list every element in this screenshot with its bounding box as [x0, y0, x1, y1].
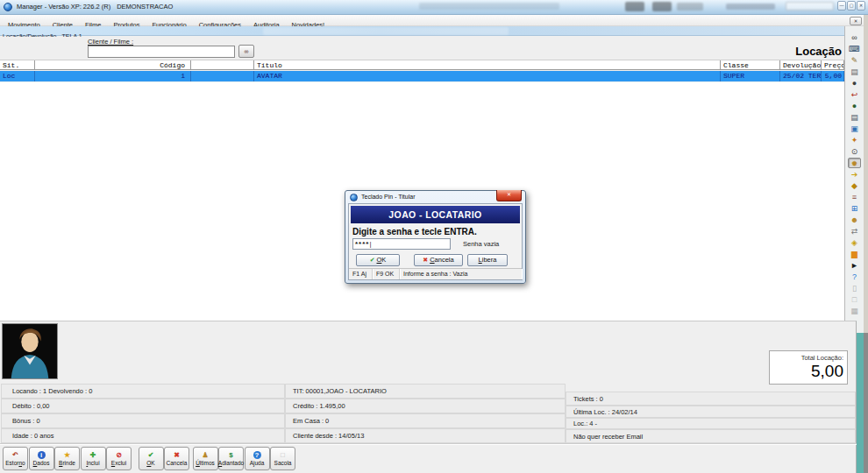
side-toolbar-icon[interactable]: ▦ [848, 306, 861, 316]
side-toolbar-icon[interactable]: ◈ [848, 237, 861, 248]
side-toolbar-icon[interactable]: ⇄ [848, 226, 861, 236]
side-toolbar-icon[interactable]: ▤ [848, 67, 861, 77]
col-header-codigo[interactable]: Código [35, 60, 191, 69]
check-icon: ✔ [370, 257, 375, 263]
toolbar-button[interactable]: ✖ Cancela [164, 447, 189, 470]
side-toolbar-icon[interactable]: ☻ [848, 215, 861, 225]
side-toolbar-icon[interactable]: ▤ [848, 112, 861, 123]
summary-cell: Cliente desde : 14/05/13 [285, 428, 566, 443]
side-toolbar-icon[interactable]: ∞ [848, 32, 861, 43]
window-control-button[interactable]: ✕ [857, 1, 865, 11]
side-toolbar-icon[interactable]: ▆ [848, 249, 861, 259]
toolbar-button[interactable]: ♟ Últimos [193, 447, 218, 470]
side-toolbar-icon[interactable]: □ [848, 294, 861, 305]
password-input[interactable]: ****| [352, 238, 451, 250]
side-toolbar-icon[interactable]: ✎ [848, 55, 861, 66]
toolbar-button-icon: ↶ [11, 451, 19, 459]
side-toolbar-icon[interactable]: ↩ [848, 89, 861, 100]
col-header-preco[interactable]: Preço [822, 60, 844, 69]
dialog-cancel-button[interactable]: ✖Cancela [414, 254, 463, 266]
side-toolbar-icon[interactable]: ✦ [848, 135, 861, 145]
toolbar-button-icon: □ [279, 451, 287, 459]
side-toolbar-icon[interactable]: ➔ [848, 169, 861, 180]
toolbar-button[interactable]: ↶ Estorno [3, 447, 28, 470]
summary-cell: TIT: 00001,JOAO - LOCATARIO [285, 384, 566, 399]
side-toolbar-icon[interactable]: ▯ [848, 283, 861, 293]
action-toolbar: ↶ Estorno i Dados ★ Brinde ✚ Inclui ⊘ Ex… [0, 443, 857, 473]
rental-table-header: Sit. Código Título Classe Devolução Preç… [0, 60, 844, 70]
avatar-person-image [3, 324, 57, 378]
col-header-sit[interactable]: Sit. [0, 60, 35, 69]
toolbar-button-icon: ⊘ [115, 451, 123, 459]
libera-label: Libera [479, 256, 497, 264]
side-toolbar-icon[interactable]: ● [848, 101, 861, 111]
dialog-logo-icon [350, 194, 358, 201]
toolbar-button-icon: i [38, 451, 46, 459]
dialog-body: JOAO - LOCATARIO Digite a senha e tecle … [348, 203, 523, 280]
side-toolbar-icon[interactable]: ⊞ [848, 203, 861, 214]
dialog-close-button[interactable]: ✕ [496, 190, 522, 201]
side-toolbar-icon[interactable]: ≡ [848, 192, 861, 202]
col-header-devolucao[interactable]: Devolução [780, 60, 822, 69]
toolbar-button-label: Estorno [5, 460, 25, 466]
text-cursor: | [369, 240, 372, 248]
window-right-border [864, 333, 868, 473]
side-toolbar-icon[interactable]: ⊙ [848, 146, 861, 157]
edge-accent-strip [857, 333, 864, 473]
side-toolbar-icon[interactable]: ► [848, 260, 861, 271]
ghost-artifact [726, 4, 775, 10]
toolbar-button-icon: ✚ [89, 451, 97, 459]
toolbar-button[interactable]: i Dados [29, 447, 54, 470]
window-control-button[interactable]: — [837, 1, 846, 11]
pin-keyboard-dialog: Teclado Pin - Titular ✕ JOAO - LOCATARIO… [345, 190, 526, 284]
ghost-artifact [652, 2, 672, 11]
bottom-panel: Total Locação: 5,00 Locando : 1 Devolven… [0, 321, 857, 473]
toolbar-button-label: OK [146, 460, 154, 466]
side-toolbar-icon[interactable]: ◆ [848, 180, 861, 191]
summary-cell: Tickets : 0 [566, 392, 856, 406]
cell-sit: Loc [0, 71, 35, 81]
search-row: Cliente / Filme : ∞ Locação [0, 37, 844, 60]
client-film-search-input[interactable] [88, 46, 235, 58]
side-toolbar-icon[interactable]: ● [848, 78, 861, 88]
mdi-close-button[interactable]: ✕ [850, 17, 862, 25]
window-control-button[interactable]: ▢ [847, 1, 856, 11]
toolbar-button-label: Ajuda [250, 460, 265, 466]
toolbar-button[interactable]: ✚ Inclui [81, 447, 106, 470]
side-toolbar-icon[interactable]: ⌨ [848, 44, 861, 54]
binoculars-icon: ∞ [245, 48, 249, 54]
toolbar-button-icon: ♟ [202, 451, 210, 459]
toolbar-button[interactable]: ✔ OK [139, 447, 164, 470]
dialog-ok-button[interactable]: ✔OK [356, 254, 400, 266]
x-icon: ✖ [423, 257, 428, 263]
toolbar-button-label: Inclui [86, 460, 99, 466]
toolbar-button[interactable]: □ Sacola [270, 447, 295, 470]
toolbar-button[interactable]: ⊘ Exclui [106, 447, 132, 470]
cell-devolucao: 25/02 TER [780, 71, 822, 81]
ghost-artifact [419, 3, 559, 10]
title-bar: Manager - Versão XP: 226.2 (R)DEMONSTRAC… [0, 0, 868, 15]
password-value: **** [355, 240, 369, 248]
toolbar-button[interactable]: ? Ajuda [245, 447, 270, 470]
search-button[interactable]: ∞ [238, 45, 254, 58]
ghost-artifact [786, 2, 834, 11]
table-row-selected[interactable]: Loc 1 AVATAR SUPER 25/02 TER 5,00 [0, 71, 844, 81]
toolbar-button[interactable]: ★ Brinde [54, 447, 80, 470]
toolbar-button[interactable]: $ Adiantado [218, 447, 244, 470]
ghost-artifact [625, 2, 644, 11]
col-header-classe[interactable]: Classe [721, 60, 780, 69]
side-toolbar-icon[interactable]: ? [848, 272, 861, 282]
dialog-libera-button[interactable]: Libera [467, 254, 508, 266]
side-toolbar-icon[interactable]: ▣ [848, 124, 861, 134]
customer-banner: JOAO - LOCATARIO [351, 206, 520, 223]
search-label: Cliente / Filme : [88, 38, 133, 46]
toolbar-button-icon: $ [227, 451, 235, 459]
cell-codigo: 1 [35, 71, 191, 81]
side-toolbar-icon[interactable]: ✹ [848, 158, 861, 168]
summary-cell: Última Loc. : 24/02/14 [566, 406, 856, 418]
toolbar-button-label: Sacola [274, 460, 292, 466]
demo-badge: DEMONSTRACAO [117, 3, 173, 11]
col-header-titulo[interactable]: Título [254, 60, 721, 69]
app-logo-icon [4, 3, 12, 11]
toolbar-button-label: Últimos [196, 460, 215, 466]
